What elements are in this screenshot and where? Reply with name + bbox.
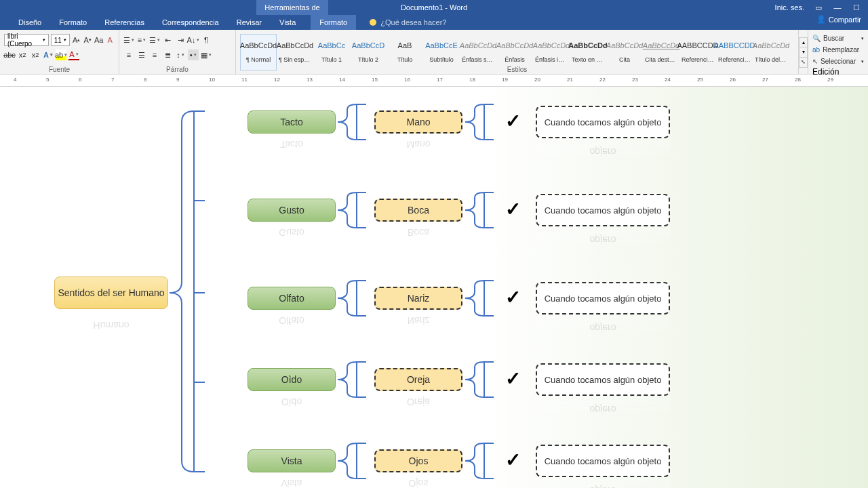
borders-icon[interactable]: ▦: [201, 49, 212, 60]
tab-formato[interactable]: Formato: [50, 15, 96, 30]
multilevel-icon[interactable]: ☰: [149, 35, 160, 45]
style-item[interactable]: AaBbCcDTítulo 2: [350, 34, 387, 70]
diagram-organ-node[interactable]: Nariz: [374, 287, 462, 310]
diagram-sense-node[interactable]: Tacto: [248, 110, 336, 134]
ribbon-display-options-icon[interactable]: ▭: [814, 3, 823, 12]
diagram-organ-node[interactable]: Boca: [374, 199, 462, 222]
highlight-icon[interactable]: ab: [56, 49, 66, 60]
tell-me-box[interactable]: [370, 15, 516, 30]
diagram-sense-node[interactable]: Olfato: [248, 287, 336, 310]
diagram-desc-node[interactable]: Cuando tocamos algún objeto: [536, 106, 670, 138]
minimize-button[interactable]: —: [833, 3, 842, 12]
bracket-sense-organ: [338, 362, 369, 397]
desc-reflection: opjero: [536, 397, 670, 415]
style-item[interactable]: AaBbCcDdTítulo del …: [753, 34, 789, 70]
style-item[interactable]: AABBCCDDReferencia…: [716, 34, 753, 70]
styles-expand[interactable]: ⤡: [799, 58, 808, 68]
indent-dec-icon[interactable]: ⇤: [162, 35, 173, 45]
numbering-icon[interactable]: ≡: [136, 35, 147, 45]
cursor-icon: ↖: [812, 58, 818, 65]
subscript-icon[interactable]: x2: [17, 49, 28, 60]
align-right-icon[interactable]: ≡: [149, 49, 160, 60]
diagram-organ-node[interactable]: Ojos: [374, 449, 462, 472]
checkmark-icon: ✓: [505, 110, 521, 132]
style-item[interactable]: AaBbCcDdTexto en n…: [570, 34, 606, 70]
align-center-icon[interactable]: ☰: [136, 49, 147, 60]
style-preview: AaBbCcD: [351, 35, 386, 56]
bracket-organ-desc: [465, 362, 496, 397]
tab-referencias[interactable]: Referencias: [96, 15, 153, 30]
diagram-desc-node[interactable]: Cuando tocamos algún objeto: [536, 363, 670, 396]
tab-diseno[interactable]: Diseño: [9, 15, 50, 30]
show-marks-icon[interactable]: ¶: [201, 35, 212, 45]
tab-revisar[interactable]: Revisar: [228, 15, 271, 30]
line-spacing-icon[interactable]: ↕: [175, 49, 186, 60]
diagram-sense-node[interactable]: Vista: [248, 449, 336, 472]
ruler-tick: 26: [730, 77, 736, 83]
tab-vista[interactable]: Vista: [271, 15, 304, 30]
style-item[interactable]: AaBbCcDd¶ Normal: [240, 34, 277, 70]
font-size-select[interactable]: 11▾: [51, 34, 70, 46]
bracket-organ-desc: [465, 281, 496, 316]
signin-link[interactable]: Inic. ses.: [775, 3, 804, 12]
bracket-sense-organ: [338, 281, 369, 316]
styles-gallery[interactable]: AaBbCcDd¶ NormalAaBbCcDd¶ Sin espa…AaBbC…: [240, 34, 789, 70]
style-item[interactable]: AABBCCDDReferencia…: [679, 34, 716, 70]
tab-correspondencia[interactable]: Correspondencia: [153, 15, 228, 30]
ruler-tick: 14: [339, 77, 345, 83]
font-color-icon[interactable]: A: [68, 49, 79, 60]
style-item[interactable]: AaBTítulo: [387, 34, 423, 70]
style-item[interactable]: AaBbCcDdCita: [606, 34, 643, 70]
styles-scroll-up[interactable]: ▴: [799, 37, 808, 47]
diagram-root-node[interactable]: Sentidos del ser Humano: [54, 277, 168, 309]
style-name: Referencia…: [680, 56, 715, 63]
diagram-desc-node[interactable]: Cuando tocamos algún objeto: [536, 194, 670, 226]
styles-scroll-down[interactable]: ▾: [799, 47, 808, 58]
diagram-organ-node[interactable]: Mano: [374, 110, 462, 134]
ruler-tick: 5: [46, 77, 49, 83]
shading-icon[interactable]: ▪: [188, 49, 199, 60]
grow-font-icon[interactable]: A▴: [72, 35, 81, 45]
font-name-select[interactable]: libri (Cuerpo▾: [4, 34, 49, 46]
style-name: Énfasis: [497, 56, 532, 63]
align-left-icon[interactable]: ≡: [123, 49, 134, 60]
diagram-desc-node[interactable]: Cuando tocamos algún objeto: [536, 445, 670, 477]
diagram-desc-node[interactable]: Cuando tocamos algún objeto: [536, 282, 670, 314]
bullets-icon[interactable]: ☰: [123, 35, 134, 45]
indent-inc-icon[interactable]: ⇥: [175, 35, 186, 45]
organ-reflection: Mano: [374, 135, 462, 150]
style-item[interactable]: AaBbCcDdÉnfasis: [496, 34, 533, 70]
style-item[interactable]: AaBbCcDd¶ Sin espa…: [277, 34, 313, 70]
horizontal-ruler[interactable]: 4567891011121314151617181920212223242526…: [0, 75, 868, 87]
style-item[interactable]: AaBbCcDdÉnfasis sutil: [460, 34, 496, 70]
shrink-font-icon[interactable]: A▾: [83, 35, 92, 45]
style-preview: AaBbCcDd: [534, 35, 569, 56]
clear-format-icon[interactable]: A: [105, 35, 115, 45]
style-item[interactable]: AaBbCcDdÉnfasis int…: [533, 34, 570, 70]
justify-icon[interactable]: ≣: [162, 49, 173, 60]
diagram-sense-node[interactable]: Oìdo: [248, 368, 336, 391]
style-item[interactable]: AaBbCcESubtítulo: [423, 34, 460, 70]
style-item[interactable]: AaBbCcDdCita desta…: [643, 34, 679, 70]
ruler-tick: 17: [437, 77, 443, 83]
tell-me-input[interactable]: [380, 18, 516, 26]
style-item[interactable]: AaBbCcTítulo 1: [313, 34, 350, 70]
sort-icon[interactable]: A↓: [188, 35, 199, 45]
diagram-sense-node[interactable]: Gusto: [248, 199, 336, 222]
document-canvas[interactable]: Sentidos del ser Humano Humano TactoTact…: [0, 87, 868, 488]
desc-reflection: opjero: [536, 228, 670, 245]
maximize-button[interactable]: ☐: [852, 3, 861, 12]
replace-button[interactable]: abReemplazar: [812, 44, 864, 56]
checkmark-icon: ✓: [505, 198, 521, 220]
share-button[interactable]: 👤 Compartir: [816, 15, 861, 24]
text-effects-icon[interactable]: A: [43, 49, 54, 60]
superscript-icon[interactable]: x2: [30, 49, 41, 60]
select-button[interactable]: ↖Seleccionar▾: [812, 56, 864, 67]
find-button[interactable]: 🔍Buscar▾: [812, 33, 864, 44]
tab-formato-draw[interactable]: Formato: [311, 15, 356, 30]
change-case-icon[interactable]: Aa: [94, 35, 104, 45]
strikethrough-icon[interactable]: abc: [4, 49, 15, 60]
group-label-fuente: Fuente: [0, 66, 119, 73]
style-name: Énfasis int…: [534, 56, 569, 63]
diagram-organ-node[interactable]: Oreja: [374, 368, 462, 391]
